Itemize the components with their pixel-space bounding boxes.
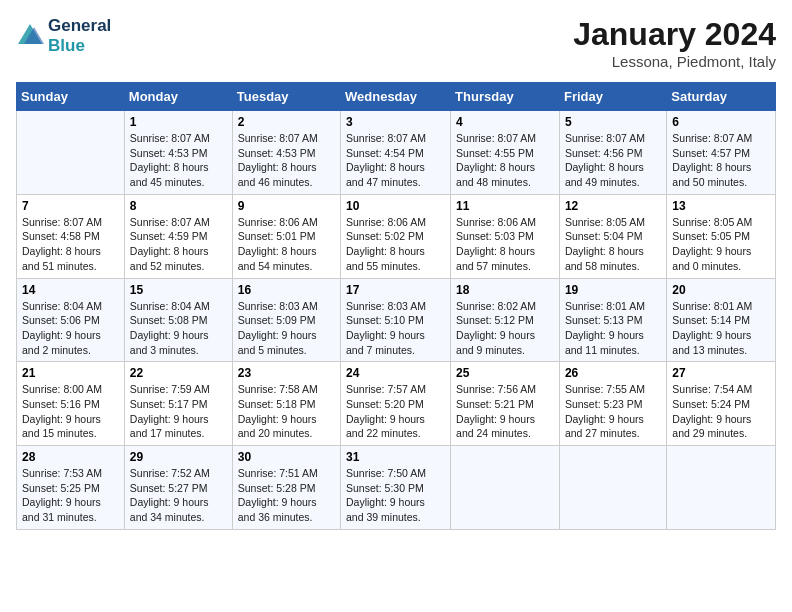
day-info: Sunrise: 8:01 AMSunset: 5:14 PMDaylight:… bbox=[672, 299, 770, 358]
calendar-week-row: 28Sunrise: 7:53 AMSunset: 5:25 PMDayligh… bbox=[17, 446, 776, 530]
calendar-cell: 28Sunrise: 7:53 AMSunset: 5:25 PMDayligh… bbox=[17, 446, 125, 530]
page-header: General Blue January 2024 Lessona, Piedm… bbox=[16, 16, 776, 70]
calendar-week-row: 21Sunrise: 8:00 AMSunset: 5:16 PMDayligh… bbox=[17, 362, 776, 446]
calendar-cell: 12Sunrise: 8:05 AMSunset: 5:04 PMDayligh… bbox=[559, 194, 666, 278]
calendar-cell: 8Sunrise: 8:07 AMSunset: 4:59 PMDaylight… bbox=[124, 194, 232, 278]
day-number: 20 bbox=[672, 283, 770, 297]
calendar-cell: 3Sunrise: 8:07 AMSunset: 4:54 PMDaylight… bbox=[341, 111, 451, 195]
calendar-week-row: 1Sunrise: 8:07 AMSunset: 4:53 PMDaylight… bbox=[17, 111, 776, 195]
calendar-cell bbox=[451, 446, 560, 530]
day-info: Sunrise: 8:00 AMSunset: 5:16 PMDaylight:… bbox=[22, 382, 119, 441]
calendar-cell: 22Sunrise: 7:59 AMSunset: 5:17 PMDayligh… bbox=[124, 362, 232, 446]
calendar-cell: 19Sunrise: 8:01 AMSunset: 5:13 PMDayligh… bbox=[559, 278, 666, 362]
day-number: 4 bbox=[456, 115, 554, 129]
day-info: Sunrise: 7:59 AMSunset: 5:17 PMDaylight:… bbox=[130, 382, 227, 441]
day-number: 2 bbox=[238, 115, 335, 129]
day-info: Sunrise: 8:04 AMSunset: 5:06 PMDaylight:… bbox=[22, 299, 119, 358]
day-info: Sunrise: 7:55 AMSunset: 5:23 PMDaylight:… bbox=[565, 382, 661, 441]
weekday-header-row: SundayMondayTuesdayWednesdayThursdayFrid… bbox=[17, 83, 776, 111]
calendar-cell: 14Sunrise: 8:04 AMSunset: 5:06 PMDayligh… bbox=[17, 278, 125, 362]
day-info: Sunrise: 8:07 AMSunset: 4:53 PMDaylight:… bbox=[130, 131, 227, 190]
day-number: 15 bbox=[130, 283, 227, 297]
day-info: Sunrise: 7:50 AMSunset: 5:30 PMDaylight:… bbox=[346, 466, 445, 525]
day-number: 24 bbox=[346, 366, 445, 380]
day-number: 29 bbox=[130, 450, 227, 464]
calendar-cell: 20Sunrise: 8:01 AMSunset: 5:14 PMDayligh… bbox=[667, 278, 776, 362]
calendar-cell: 6Sunrise: 8:07 AMSunset: 4:57 PMDaylight… bbox=[667, 111, 776, 195]
day-number: 10 bbox=[346, 199, 445, 213]
logo-icon bbox=[16, 22, 44, 50]
calendar-cell: 10Sunrise: 8:06 AMSunset: 5:02 PMDayligh… bbox=[341, 194, 451, 278]
day-number: 6 bbox=[672, 115, 770, 129]
day-info: Sunrise: 8:07 AMSunset: 4:55 PMDaylight:… bbox=[456, 131, 554, 190]
calendar-cell bbox=[559, 446, 666, 530]
day-info: Sunrise: 8:07 AMSunset: 4:58 PMDaylight:… bbox=[22, 215, 119, 274]
calendar-cell: 23Sunrise: 7:58 AMSunset: 5:18 PMDayligh… bbox=[232, 362, 340, 446]
day-info: Sunrise: 8:06 AMSunset: 5:02 PMDaylight:… bbox=[346, 215, 445, 274]
day-info: Sunrise: 8:03 AMSunset: 5:10 PMDaylight:… bbox=[346, 299, 445, 358]
day-info: Sunrise: 8:07 AMSunset: 4:59 PMDaylight:… bbox=[130, 215, 227, 274]
day-number: 9 bbox=[238, 199, 335, 213]
day-number: 8 bbox=[130, 199, 227, 213]
day-number: 26 bbox=[565, 366, 661, 380]
day-number: 27 bbox=[672, 366, 770, 380]
calendar-cell: 16Sunrise: 8:03 AMSunset: 5:09 PMDayligh… bbox=[232, 278, 340, 362]
day-info: Sunrise: 8:06 AMSunset: 5:03 PMDaylight:… bbox=[456, 215, 554, 274]
calendar-cell: 11Sunrise: 8:06 AMSunset: 5:03 PMDayligh… bbox=[451, 194, 560, 278]
day-number: 3 bbox=[346, 115, 445, 129]
calendar-cell: 13Sunrise: 8:05 AMSunset: 5:05 PMDayligh… bbox=[667, 194, 776, 278]
day-number: 12 bbox=[565, 199, 661, 213]
weekday-header-cell: Tuesday bbox=[232, 83, 340, 111]
day-info: Sunrise: 7:57 AMSunset: 5:20 PMDaylight:… bbox=[346, 382, 445, 441]
calendar-cell: 2Sunrise: 8:07 AMSunset: 4:53 PMDaylight… bbox=[232, 111, 340, 195]
day-number: 17 bbox=[346, 283, 445, 297]
day-info: Sunrise: 7:54 AMSunset: 5:24 PMDaylight:… bbox=[672, 382, 770, 441]
day-info: Sunrise: 7:52 AMSunset: 5:27 PMDaylight:… bbox=[130, 466, 227, 525]
day-number: 19 bbox=[565, 283, 661, 297]
day-number: 14 bbox=[22, 283, 119, 297]
calendar-week-row: 14Sunrise: 8:04 AMSunset: 5:06 PMDayligh… bbox=[17, 278, 776, 362]
calendar-cell: 25Sunrise: 7:56 AMSunset: 5:21 PMDayligh… bbox=[451, 362, 560, 446]
weekday-header-cell: Friday bbox=[559, 83, 666, 111]
calendar-cell: 30Sunrise: 7:51 AMSunset: 5:28 PMDayligh… bbox=[232, 446, 340, 530]
day-number: 7 bbox=[22, 199, 119, 213]
day-number: 28 bbox=[22, 450, 119, 464]
day-info: Sunrise: 7:53 AMSunset: 5:25 PMDaylight:… bbox=[22, 466, 119, 525]
calendar-cell: 21Sunrise: 8:00 AMSunset: 5:16 PMDayligh… bbox=[17, 362, 125, 446]
day-info: Sunrise: 8:07 AMSunset: 4:57 PMDaylight:… bbox=[672, 131, 770, 190]
calendar-cell: 4Sunrise: 8:07 AMSunset: 4:55 PMDaylight… bbox=[451, 111, 560, 195]
calendar-table: SundayMondayTuesdayWednesdayThursdayFrid… bbox=[16, 82, 776, 530]
calendar-cell: 24Sunrise: 7:57 AMSunset: 5:20 PMDayligh… bbox=[341, 362, 451, 446]
calendar-cell bbox=[17, 111, 125, 195]
day-number: 5 bbox=[565, 115, 661, 129]
day-info: Sunrise: 7:51 AMSunset: 5:28 PMDaylight:… bbox=[238, 466, 335, 525]
calendar-cell: 9Sunrise: 8:06 AMSunset: 5:01 PMDaylight… bbox=[232, 194, 340, 278]
title-block: January 2024 Lessona, Piedmont, Italy bbox=[573, 16, 776, 70]
day-info: Sunrise: 8:03 AMSunset: 5:09 PMDaylight:… bbox=[238, 299, 335, 358]
weekday-header-cell: Monday bbox=[124, 83, 232, 111]
location: Lessona, Piedmont, Italy bbox=[573, 53, 776, 70]
calendar-cell: 7Sunrise: 8:07 AMSunset: 4:58 PMDaylight… bbox=[17, 194, 125, 278]
logo-text-general: General bbox=[48, 16, 111, 35]
weekday-header-cell: Wednesday bbox=[341, 83, 451, 111]
day-info: Sunrise: 8:07 AMSunset: 4:56 PMDaylight:… bbox=[565, 131, 661, 190]
day-info: Sunrise: 8:05 AMSunset: 5:04 PMDaylight:… bbox=[565, 215, 661, 274]
calendar-cell: 17Sunrise: 8:03 AMSunset: 5:10 PMDayligh… bbox=[341, 278, 451, 362]
day-number: 13 bbox=[672, 199, 770, 213]
calendar-cell: 15Sunrise: 8:04 AMSunset: 5:08 PMDayligh… bbox=[124, 278, 232, 362]
calendar-body: 1Sunrise: 8:07 AMSunset: 4:53 PMDaylight… bbox=[17, 111, 776, 530]
day-number: 1 bbox=[130, 115, 227, 129]
calendar-cell bbox=[667, 446, 776, 530]
day-number: 23 bbox=[238, 366, 335, 380]
logo: General Blue bbox=[16, 16, 111, 55]
day-number: 31 bbox=[346, 450, 445, 464]
day-number: 22 bbox=[130, 366, 227, 380]
day-info: Sunrise: 8:06 AMSunset: 5:01 PMDaylight:… bbox=[238, 215, 335, 274]
calendar-cell: 31Sunrise: 7:50 AMSunset: 5:30 PMDayligh… bbox=[341, 446, 451, 530]
day-number: 16 bbox=[238, 283, 335, 297]
day-info: Sunrise: 8:05 AMSunset: 5:05 PMDaylight:… bbox=[672, 215, 770, 274]
calendar-cell: 27Sunrise: 7:54 AMSunset: 5:24 PMDayligh… bbox=[667, 362, 776, 446]
day-info: Sunrise: 8:07 AMSunset: 4:53 PMDaylight:… bbox=[238, 131, 335, 190]
day-info: Sunrise: 7:58 AMSunset: 5:18 PMDaylight:… bbox=[238, 382, 335, 441]
day-info: Sunrise: 8:04 AMSunset: 5:08 PMDaylight:… bbox=[130, 299, 227, 358]
